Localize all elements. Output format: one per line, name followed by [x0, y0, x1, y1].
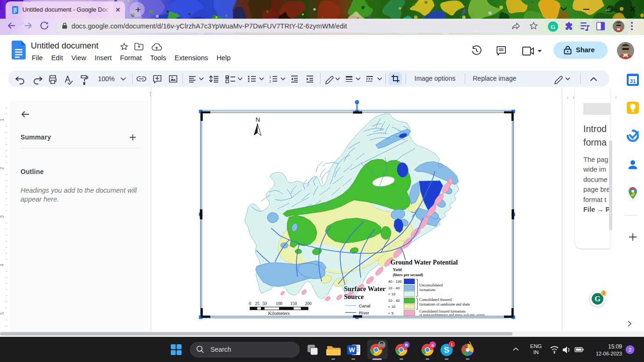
svg-text:4: 4	[0, 264, 5, 266]
svg-text:3: 3	[0, 215, 5, 218]
svg-text:100%: 100%	[98, 75, 115, 83]
svg-text:2: 2	[0, 167, 5, 169]
svg-text:S: S	[444, 346, 449, 355]
svg-text:5: 5	[0, 312, 5, 315]
svg-text:1: 1	[269, 76, 271, 79]
svg-text:G: G	[595, 295, 601, 303]
svg-text:W: W	[349, 346, 355, 354]
svg-text:2: 2	[629, 347, 631, 353]
svg-text:31: 31	[630, 78, 636, 84]
svg-text:G: G	[551, 23, 555, 30]
svg-text:1: 1	[0, 118, 5, 121]
svg-text:2: 2	[269, 80, 271, 83]
svg-text:R: R	[405, 343, 408, 348]
svg-text:1: 1	[450, 342, 453, 347]
